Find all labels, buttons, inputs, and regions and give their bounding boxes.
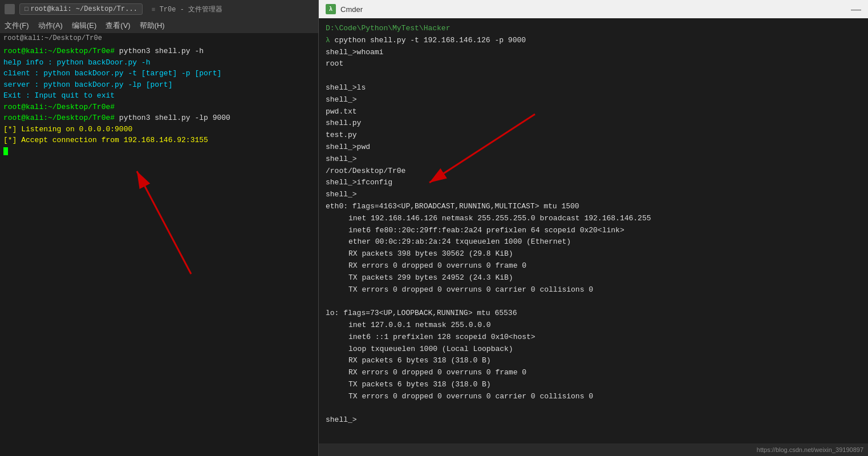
menu-edit[interactable]: 编辑(E) xyxy=(72,21,96,31)
right-line-lo-txerr: TX errors 0 dropped 0 overruns 0 carrier… xyxy=(326,391,861,403)
terminal-line-6: root@kali:~/Desktop/Tr0e# xyxy=(3,102,315,113)
right-line-lo-rxerr: RX errors 0 dropped 0 overruns 0 frame 0 xyxy=(326,367,861,379)
right-line-lo-tx1: TX packets 6 bytes 318 (318.0 B) xyxy=(326,379,861,391)
right-line-pwdtxt: pwd.txt xyxy=(326,106,861,118)
terminal-tab2[interactable]: ≡ Tr0e - 文件管理器 xyxy=(147,3,227,15)
right-line-lo-inet: inet 127.0.0.1 netmask 255.0.0.0 xyxy=(326,320,861,332)
minimize-button[interactable]: — xyxy=(851,3,861,15)
right-blank-3 xyxy=(326,403,861,415)
terminal-line-5: Exit : Input quit to exit xyxy=(3,90,315,102)
right-line-rx1: RX packets 398 bytes 30562 (29.8 KiB) xyxy=(326,248,861,260)
terminal-line-8: [*] Listening on 0.0.0.0:9000 xyxy=(3,124,315,135)
right-blank-2 xyxy=(326,296,861,308)
menu-action[interactable]: 动作(A) xyxy=(38,21,63,31)
right-line-prompt-2: shell_> xyxy=(326,154,861,166)
cmder-icon: λ xyxy=(326,4,336,14)
right-titlebar-left: λ Cmder xyxy=(326,4,363,14)
right-line-lo-inet6: inet6 ::1 prefixlen 128 scopeid 0x10<hos… xyxy=(326,332,861,344)
right-line-inet: inet 192.168.146.126 netmask 255.255.255… xyxy=(326,213,861,225)
right-terminal-content[interactable]: D:\Code\Python\MyTest\Hacker λ cpython s… xyxy=(319,18,868,443)
right-line-pwd: shell_>pwd xyxy=(326,142,861,154)
terminal-line-4: server : python backDoor.py -lp [port] xyxy=(3,79,315,91)
right-line-shellpy: shell.py xyxy=(326,118,861,130)
right-line-lo-rx1: RX packets 6 bytes 318 (318.0 B) xyxy=(326,355,861,367)
terminal-tab1[interactable]: □ root@kali: ~/Desktop/Tr... xyxy=(19,3,143,15)
right-line-final-prompt: shell_> xyxy=(326,414,861,426)
right-titlebar: λ Cmder — xyxy=(319,0,868,18)
right-line-lo-loop: loop txqueuelen 1000 (Local Loopback) xyxy=(326,344,861,356)
right-line-rxerr: RX errors 0 dropped 0 overruns 0 frame 0 xyxy=(326,260,861,272)
right-line-root: root xyxy=(326,58,861,70)
left-titlebar: □ root@kali: ~/Desktop/Tr... ≡ Tr0e - 文件… xyxy=(0,0,318,18)
terminal-line-7: root@kali:~/Desktop/Tr0e# python3 shell.… xyxy=(3,112,315,124)
terminal-line-9: [*] Accept connection from 192.168.146.9… xyxy=(3,135,315,146)
right-line-ifconfig: shell_>ifconfig xyxy=(326,177,861,189)
menu-view[interactable]: 查看(V) xyxy=(106,21,130,31)
right-line-tx1: TX packets 299 bytes 24952 (24.3 KiB) xyxy=(326,272,861,284)
terminal-icon xyxy=(5,4,15,14)
terminal-line-1: root@kali:~/Desktop/Tr0e# python3 shell.… xyxy=(3,46,315,57)
right-line-txerr: TX errors 0 dropped 0 overruns 0 carrier… xyxy=(326,284,861,296)
right-line-lo: lo: flags=73<UP,LOOPBACK,RUNNING> mtu 65… xyxy=(326,308,861,320)
right-line-testpy: test.py xyxy=(326,130,861,142)
terminal-cursor xyxy=(3,146,315,158)
menu-file[interactable]: 文件(F) xyxy=(5,21,29,31)
right-line-eth0: eth0: flags=4163<UP,BROADCAST,RUNNING,MU… xyxy=(326,201,861,213)
right-line-cmd: λ cpython shell.py -t 192.168.146.126 -p… xyxy=(326,35,861,47)
right-line-whoami: shell_>whoami xyxy=(326,47,861,59)
terminal-line-3: client : python backDoor.py -t [target] … xyxy=(3,68,315,79)
right-line-prompt-3: shell_> xyxy=(326,189,861,201)
terminal-line-2: help info : python backDoor.py -h xyxy=(3,57,315,68)
right-footer: https://blog.csdn.net/weixin_39190897 xyxy=(319,443,868,456)
right-line-ether: ether 00:0c:29:ab:2a:24 txqueuelen 1000 … xyxy=(326,236,861,248)
left-title-row: root@kali:~/Desktop/Tr0e xyxy=(0,33,318,43)
cmder-title: Cmder xyxy=(340,5,363,14)
right-line-inet6: inet6 fe80::20c:29ff:feab:2a24 prefixlen… xyxy=(326,225,861,237)
right-line-path: D:\Code\Python\MyTest\Hacker xyxy=(326,23,861,35)
right-line-ls: shell_>ls xyxy=(326,82,861,94)
left-terminal-content[interactable]: root@kali:~/Desktop/Tr0e# python3 shell.… xyxy=(0,43,318,456)
right-line-path-result: /root/Desktop/Tr0e xyxy=(326,166,861,177)
left-menubar: 文件(F) 动作(A) 编辑(E) 查看(V) 帮助(H) xyxy=(0,18,318,33)
menu-help[interactable]: 帮助(H) xyxy=(140,21,165,31)
footer-url: https://blog.csdn.net/weixin_39190897 xyxy=(757,446,863,453)
right-line-prompt-1: shell_> xyxy=(326,94,861,106)
right-blank-1 xyxy=(326,70,861,82)
